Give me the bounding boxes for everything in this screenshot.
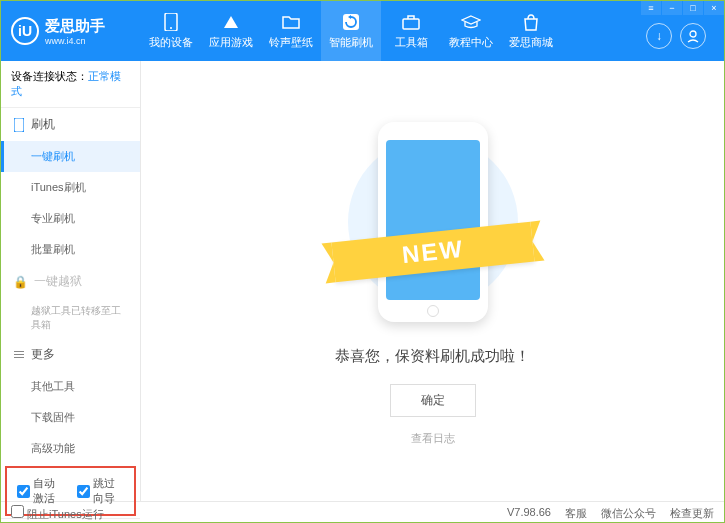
sidebar-item-batch-flash[interactable]: 批量刷机 <box>1 234 140 265</box>
success-message: 恭喜您，保资料刷机成功啦！ <box>335 347 530 366</box>
jailbreak-note: 越狱工具已转移至工具箱 <box>1 298 140 338</box>
view-log-link[interactable]: 查看日志 <box>411 431 455 446</box>
user-icon[interactable] <box>680 23 706 49</box>
sidebar-item-pro-flash[interactable]: 专业刷机 <box>1 203 140 234</box>
sidebar-group-more[interactable]: 更多 <box>1 338 140 371</box>
settings-icon[interactable]: ≡ <box>641 1 661 15</box>
tab-apps-games[interactable]: 应用游戏 <box>201 1 261 61</box>
toolbox-icon <box>401 12 421 32</box>
svg-point-4 <box>690 31 696 37</box>
more-icon <box>13 349 25 361</box>
lock-icon: 🔒 <box>13 275 28 289</box>
sidebar-item-download-firmware[interactable]: 下载固件 <box>1 402 140 433</box>
version-label: V7.98.66 <box>507 506 551 521</box>
title-bar: ≡ − □ × iU 爱思助手 www.i4.cn 我的设备 应用游戏 铃声壁纸 <box>1 1 724 61</box>
main-content: NEW 恭喜您，保资料刷机成功啦！ 确定 查看日志 <box>141 61 724 501</box>
tab-ringtones[interactable]: 铃声壁纸 <box>261 1 321 61</box>
svg-point-1 <box>170 27 172 29</box>
nav-tabs: 我的设备 应用游戏 铃声壁纸 智能刷机 工具箱 教程中心 <box>141 1 646 61</box>
phone-illustration: NEW <box>368 117 498 327</box>
svg-rect-3 <box>403 19 419 29</box>
sidebar-item-other-tools[interactable]: 其他工具 <box>1 371 140 402</box>
bag-icon <box>521 12 541 32</box>
checkbox-skip-guide[interactable]: 跳过向导 <box>77 476 125 506</box>
minimize-button[interactable]: − <box>662 1 682 15</box>
sidebar-item-itunes-flash[interactable]: iTunes刷机 <box>1 172 140 203</box>
graduation-icon <box>461 12 481 32</box>
sidebar-item-advanced[interactable]: 高级功能 <box>1 433 140 464</box>
connection-status: 设备连接状态：正常模式 <box>1 61 140 108</box>
logo-icon: iU <box>11 17 39 45</box>
checkbox-auto-activate[interactable]: 自动激活 <box>17 476 65 506</box>
wechat-link[interactable]: 微信公众号 <box>601 506 656 521</box>
maximize-button[interactable]: □ <box>683 1 703 15</box>
sidebar-group-flash[interactable]: 刷机 <box>1 108 140 141</box>
ok-button[interactable]: 确定 <box>390 384 476 417</box>
folder-icon <box>281 12 301 32</box>
svg-rect-5 <box>14 118 24 132</box>
download-icon[interactable]: ↓ <box>646 23 672 49</box>
block-itunes-checkbox[interactable]: 阻止iTunes运行 <box>11 505 104 522</box>
apps-icon <box>221 12 241 32</box>
sidebar: 设备连接状态：正常模式 刷机 一键刷机 iTunes刷机 专业刷机 批量刷机 🔒… <box>1 61 141 501</box>
support-link[interactable]: 客服 <box>565 506 587 521</box>
status-bar: 阻止iTunes运行 V7.98.66 客服 微信公众号 检查更新 <box>1 501 724 523</box>
app-url: www.i4.cn <box>45 36 105 46</box>
logo: iU 爱思助手 www.i4.cn <box>11 17 141 46</box>
tab-toolbox[interactable]: 工具箱 <box>381 1 441 61</box>
tab-smart-flash[interactable]: 智能刷机 <box>321 1 381 61</box>
sidebar-item-oneclick-flash[interactable]: 一键刷机 <box>1 141 140 172</box>
tab-tutorials[interactable]: 教程中心 <box>441 1 501 61</box>
refresh-icon <box>341 12 361 32</box>
sidebar-group-jailbreak: 🔒 一键越狱 <box>1 265 140 298</box>
phone-icon <box>161 12 181 32</box>
close-button[interactable]: × <box>704 1 724 15</box>
tab-store[interactable]: 爱思商城 <box>501 1 561 61</box>
tab-my-device[interactable]: 我的设备 <box>141 1 201 61</box>
app-name: 爱思助手 <box>45 17 105 34</box>
check-update-link[interactable]: 检查更新 <box>670 506 714 521</box>
device-icon <box>13 119 25 131</box>
